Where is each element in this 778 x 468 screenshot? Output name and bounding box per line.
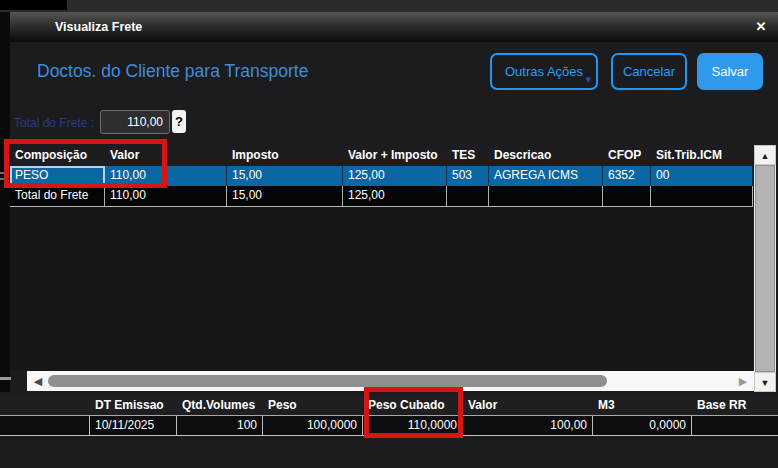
dialog-titlebar: Visualiza Frete ✕ [10, 12, 778, 42]
column-header-blank [0, 395, 90, 415]
column-header-m3: M3 [593, 395, 692, 415]
column-header-cfop: CFOP [603, 145, 651, 166]
outer-window-strip [0, 0, 778, 12]
left-edge-mark [0, 377, 11, 380]
cell-valor-imposto[interactable]: 125,00 [343, 186, 447, 206]
table-row-totals[interactable]: Total do Frete 110,00 15,00 125,00 [10, 186, 753, 207]
cell-valor-imposto[interactable]: 125,00 [343, 166, 447, 186]
column-header-dt-emissao: DT Emissao [90, 395, 177, 415]
outer-window-corner [0, 0, 67, 10]
salvar-label: Salvar [712, 64, 749, 79]
cell-cfop[interactable]: 6352 [603, 166, 651, 186]
cell-qtd-volumes[interactable]: 100 [177, 416, 263, 435]
cell-sit-trib-icm[interactable] [651, 186, 753, 206]
column-header-base-rr: Base RR [692, 395, 778, 415]
outras-acoes-button[interactable]: Outras Ações ▾ [490, 53, 598, 90]
cell-valor[interactable]: 110,00 [105, 186, 227, 206]
annotation-box-composicao-valor [4, 139, 167, 188]
column-header-valor-imposto: Valor + Imposto [343, 145, 447, 166]
vertical-scrollbar[interactable]: ▲ ▼ [754, 145, 776, 392]
total-frete-label: Total do Frete : [14, 116, 94, 130]
dialog-title: Visualiza Frete [10, 20, 142, 34]
column-header-imposto: Imposto [227, 145, 343, 166]
total-frete-input[interactable] [100, 110, 170, 134]
column-header-qtd-volumes: Qtd.Volumes [177, 395, 263, 415]
horizontal-scrollbar-thumb[interactable] [48, 375, 607, 387]
cell-descricao[interactable] [489, 186, 603, 206]
page-title: Doctos. do Cliente para Transporte [37, 61, 308, 82]
cell-m3[interactable]: 0,0000 [593, 416, 692, 435]
cell-descricao[interactable]: AGREGA ICMS [489, 166, 603, 186]
scroll-down-icon[interactable]: ▼ [754, 372, 776, 392]
cell-blank[interactable] [0, 416, 90, 435]
column-header-valor: Valor [463, 395, 593, 415]
cell-imposto[interactable]: 15,00 [227, 166, 343, 186]
cell-tes[interactable]: 503 [447, 166, 489, 186]
column-header-peso: Peso [263, 395, 363, 415]
scroll-up-icon[interactable]: ▲ [754, 145, 776, 165]
column-header-sit-trib-icm: Sit.Trib.ICM [651, 145, 753, 166]
cell-sit-trib-icm[interactable]: 00 [651, 166, 753, 186]
outras-acoes-label: Outras Ações [505, 64, 583, 79]
cancelar-label: Cancelar [623, 64, 675, 79]
cell-cfop[interactable] [603, 186, 651, 206]
chevron-down-icon: ▾ [585, 73, 591, 86]
cell-imposto[interactable]: 15,00 [227, 186, 343, 206]
cell-dt-emissao[interactable]: 10/11/2025 [90, 416, 177, 435]
column-header-tes: TES [447, 145, 489, 166]
cancelar-button[interactable]: Cancelar [611, 53, 687, 90]
cell-valor[interactable]: 100,00 [463, 416, 593, 435]
close-icon[interactable]: ✕ [752, 18, 770, 36]
cell-base-rr[interactable] [692, 416, 778, 435]
scroll-left-icon[interactable]: ◀ [29, 371, 47, 391]
cell-tes[interactable] [447, 186, 489, 206]
cell-composicao[interactable]: Total do Frete [10, 186, 105, 206]
visualiza-frete-dialog: Visualiza Frete ✕ Doctos. do Cliente par… [0, 0, 778, 468]
annotation-box-peso-cubado [364, 387, 463, 438]
scroll-right-icon[interactable]: ▶ [735, 371, 751, 391]
cell-peso[interactable]: 100,0000 [263, 416, 363, 435]
help-button[interactable]: ? [172, 110, 186, 133]
column-header-descricao: Descricao [489, 145, 603, 166]
vertical-scrollbar-thumb[interactable] [755, 165, 775, 372]
outer-window-left-edge [0, 12, 10, 392]
salvar-button[interactable]: Salvar [697, 53, 763, 90]
